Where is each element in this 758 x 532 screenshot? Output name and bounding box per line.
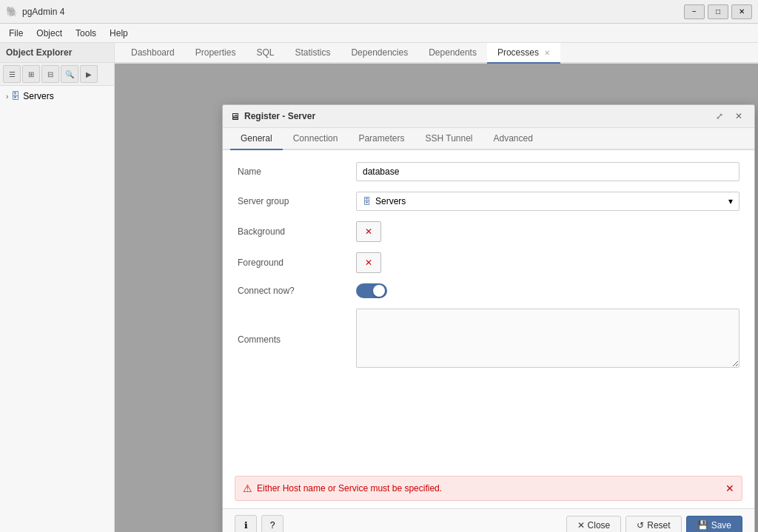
toggle-thumb — [373, 285, 385, 297]
object-explorer-header: Object Explorer — [0, 43, 114, 63]
dialog-title-buttons: ⤢ ✕ — [711, 110, 747, 123]
name-input[interactable] — [356, 162, 739, 181]
dialog-tab-ssh-tunnel[interactable]: SSH Tunnel — [415, 128, 483, 150]
select-chevron-icon: ▾ — [728, 196, 733, 206]
tree-item-servers[interactable]: › 🗄 Servers — [0, 89, 114, 104]
server-group-control: 🗄 Servers ▾ — [356, 192, 739, 211]
connect-now-toggle[interactable] — [356, 283, 387, 298]
foreground-color-button[interactable]: ✕ — [356, 252, 381, 273]
title-bar: 🐘 pgAdmin 4 − □ ✕ — [0, 0, 758, 24]
help-button[interactable]: ? — [261, 515, 284, 532]
reset-button[interactable]: ↺ Reset — [625, 516, 681, 532]
dialog-tab-advanced[interactable]: Advanced — [483, 128, 543, 150]
save-label: Save — [711, 520, 731, 531]
dialog-tab-parameters[interactable]: Parameters — [348, 128, 415, 150]
dialog-title-left: 🖥 Register - Server — [230, 111, 315, 122]
background-control: ✕ — [356, 221, 739, 242]
error-icon: ⚠ — [243, 482, 252, 494]
server-group-value: Servers — [375, 196, 406, 206]
dialog-titlebar: 🖥 Register - Server ⤢ ✕ — [223, 105, 754, 128]
tree-arrow-icon: › — [6, 92, 8, 101]
right-panel: Dashboard Properties SQL Statistics Depe… — [115, 43, 758, 532]
object-explorer-title: Object Explorer — [6, 47, 72, 58]
dialog-tab-general[interactable]: General — [230, 128, 283, 150]
reset-icon: ↺ — [637, 520, 644, 531]
form-row-foreground: Foreground ✕ — [238, 252, 739, 273]
foreground-control: ✕ — [356, 252, 739, 273]
foreground-label: Foreground — [238, 257, 356, 268]
server-group-icon: 🗄 — [11, 91, 20, 101]
maximize-button[interactable]: □ — [708, 4, 728, 19]
error-close-button[interactable]: ✕ — [725, 482, 734, 494]
server-group-label: Servers — [23, 91, 53, 101]
content-area: No rows found 🖥 Register - Server ⤢ ✕ — [115, 64, 758, 532]
menu-file[interactable]: File — [3, 27, 29, 40]
form-row-comments: Comments — [238, 309, 739, 370]
dialog-title-text: Register - Server — [244, 111, 315, 121]
left-panel: Object Explorer ☰ ⊞ ⊟ 🔍 ▶ › 🗄 Servers — [0, 43, 115, 532]
tab-properties[interactable]: Properties — [185, 43, 246, 64]
dialog-title-icon: 🖥 — [230, 111, 240, 122]
server-group-select[interactable]: 🗄 Servers ▾ — [356, 192, 739, 211]
menu-help[interactable]: Help — [104, 27, 134, 40]
toolbar-filter-icon[interactable]: ⊟ — [41, 65, 59, 83]
form-row-background: Background ✕ — [238, 221, 739, 242]
tab-statistics[interactable]: Statistics — [284, 43, 341, 64]
tab-dependencies[interactable]: Dependencies — [341, 43, 418, 64]
main-layout: Object Explorer ☰ ⊞ ⊟ 🔍 ▶ › 🗄 Servers Da… — [0, 43, 758, 532]
tab-dependents[interactable]: Dependents — [418, 43, 487, 64]
menu-tools[interactable]: Tools — [70, 27, 102, 40]
tab-sql[interactable]: SQL — [246, 43, 284, 64]
close-button[interactable]: ✕ Close — [566, 516, 622, 532]
form-row-connect-now: Connect now? — [238, 283, 739, 298]
name-label: Name — [238, 166, 356, 177]
error-bar: ⚠ Either Host name or Service must be sp… — [235, 476, 742, 501]
tab-processes[interactable]: Processes ✕ — [487, 43, 560, 64]
dialog-tabs: General Connection Parameters SSH Tunnel… — [223, 128, 754, 150]
reset-label: Reset — [647, 520, 670, 531]
name-control — [356, 162, 739, 181]
save-button[interactable]: 💾 Save — [686, 516, 742, 532]
footer-right-buttons: ✕ Close ↺ Reset 💾 Save — [566, 516, 742, 532]
dialog-tab-connection[interactable]: Connection — [283, 128, 349, 150]
info-button[interactable]: ℹ — [235, 515, 257, 532]
tab-dashboard[interactable]: Dashboard — [121, 43, 185, 64]
register-server-dialog: 🖥 Register - Server ⤢ ✕ General Connecti… — [222, 104, 755, 532]
close-label: Close — [588, 520, 611, 531]
comments-control — [356, 309, 739, 370]
connect-now-label: Connect now? — [238, 286, 356, 296]
toolbar-run-icon[interactable]: ▶ — [80, 65, 98, 83]
window-close-button[interactable]: ✕ — [731, 4, 752, 19]
menu-bar: File Object Tools Help — [0, 24, 758, 43]
footer-left-buttons: ℹ ? — [235, 515, 284, 532]
app-icon: 🐘 — [6, 6, 18, 17]
save-icon: 💾 — [697, 520, 708, 531]
toolbar-search-icon[interactable]: 🔍 — [61, 65, 78, 83]
server-group-label: Server group — [238, 196, 356, 206]
form-row-server-group: Server group 🗄 Servers ▾ — [238, 192, 739, 211]
top-tab-bar: Dashboard Properties SQL Statistics Depe… — [115, 43, 758, 64]
comments-textarea[interactable] — [356, 309, 739, 368]
dialog-close-title-button[interactable]: ✕ — [731, 110, 747, 123]
close-icon: ✕ — [577, 520, 585, 531]
dialog-expand-button[interactable]: ⤢ — [711, 110, 728, 123]
server-tree: › 🗄 Servers — [0, 86, 114, 107]
title-bar-left: 🐘 pgAdmin 4 — [6, 6, 64, 17]
dialog-footer: ℹ ? ✕ Close ↺ Reset — [223, 508, 754, 532]
minimize-button[interactable]: − — [684, 4, 705, 19]
server-group-select-icon: 🗄 — [363, 197, 371, 206]
title-bar-controls: − □ ✕ — [684, 4, 752, 19]
background-label: Background — [238, 226, 356, 237]
title-bar-title: pgAdmin 4 — [22, 7, 64, 17]
toolbar-list-icon[interactable]: ☰ — [3, 65, 21, 83]
connect-now-control — [356, 283, 739, 298]
error-message: Either Host name or Service must be spec… — [257, 483, 442, 494]
left-panel-toolbar: ☰ ⊞ ⊟ 🔍 ▶ — [0, 63, 114, 86]
toolbar-table-icon[interactable]: ⊞ — [22, 65, 40, 83]
form-row-name: Name — [238, 162, 739, 181]
modal-overlay: 🖥 Register - Server ⤢ ✕ General Connecti… — [115, 64, 758, 532]
menu-object[interactable]: Object — [30, 27, 68, 40]
dialog-body: Name Server group 🗄 — [223, 150, 754, 476]
background-color-button[interactable]: ✕ — [356, 221, 381, 242]
tab-processes-close[interactable]: ✕ — [544, 49, 550, 57]
